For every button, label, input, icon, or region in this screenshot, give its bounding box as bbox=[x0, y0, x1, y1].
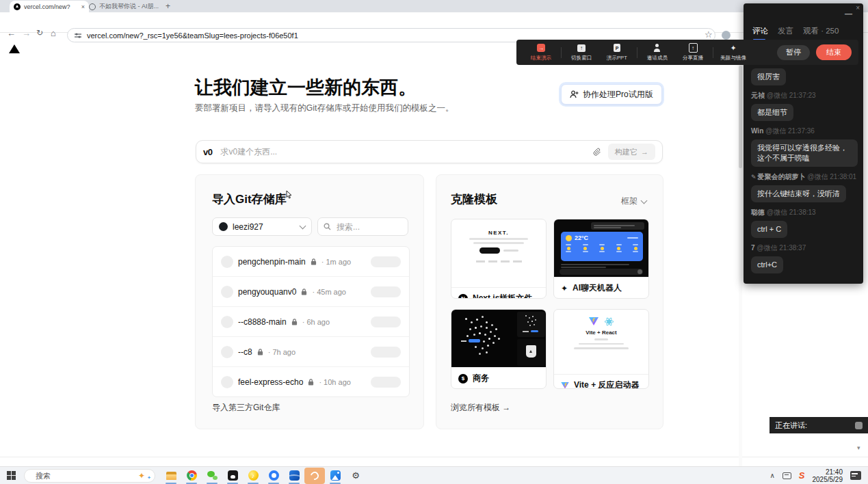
import-button-skeleton[interactable] bbox=[371, 377, 401, 388]
import-button-skeleton[interactable] bbox=[371, 286, 401, 297]
settings-gear-icon[interactable]: ⚙ bbox=[345, 468, 366, 484]
hardware-monitor-icon[interactable] bbox=[782, 472, 791, 479]
page-footer-divider bbox=[0, 457, 868, 457]
repo-row[interactable]: pengchenpin-main · 1m ago bbox=[213, 247, 409, 276]
taskbar-search[interactable]: ✦✦ bbox=[24, 469, 155, 483]
repo-avatar bbox=[221, 256, 233, 268]
tab-ai-friend[interactable]: 不如我帮你说 - AI朋... bbox=[85, 1, 170, 12]
end-presentation-icon: → bbox=[537, 44, 545, 52]
forward-icon[interactable]: → bbox=[22, 28, 31, 38]
template-card-vite-react[interactable]: Vite + React Vite + 反应启动器 bbox=[553, 309, 649, 389]
v0-prompt-input[interactable] bbox=[219, 146, 586, 157]
tab-title: 不如我帮你说 - AI朋... bbox=[99, 2, 166, 11]
notification-center-icon[interactable] bbox=[850, 471, 861, 480]
home-icon[interactable]: ⌂ bbox=[51, 28, 56, 38]
framework-filter[interactable]: 框架 bbox=[621, 196, 646, 207]
speaking-label: 正在讲话: bbox=[775, 420, 807, 431]
vite-logo bbox=[589, 317, 599, 325]
repo-row[interactable]: --c8 · 7h ago bbox=[213, 336, 409, 366]
toolbar-divider bbox=[637, 47, 637, 58]
file-explorer-icon[interactable] bbox=[161, 468, 181, 484]
chevron-down-icon bbox=[300, 222, 306, 229]
copilot-spark-small-icon: ✦ bbox=[147, 475, 151, 480]
toolbar-divider bbox=[561, 47, 562, 58]
tab-speak[interactable]: 发言 bbox=[778, 26, 793, 40]
attachment-icon[interactable] bbox=[593, 148, 601, 156]
repo-row[interactable]: pengyouquanv0 · 45m ago bbox=[213, 276, 409, 306]
template-card-nextjs[interactable]: NEXT. N Next.js样板文件 bbox=[451, 219, 547, 299]
active-recording-app-icon[interactable] bbox=[304, 468, 325, 484]
blue-app-icon[interactable] bbox=[284, 468, 304, 484]
tray-expand-icon[interactable]: ∧ bbox=[770, 472, 775, 479]
chat-bubble: 我觉得可以穿透很多经验，这个不属于唠嗑 bbox=[751, 139, 858, 167]
third-party-git-link[interactable]: 导入第三方Git仓库 bbox=[212, 402, 280, 414]
browser-toolbar: ← → ↻ ⌂ vercel.com/new?_rsc=1ye56&teamSl… bbox=[0, 12, 868, 33]
new-tab-button[interactable]: + bbox=[166, 1, 170, 11]
end-button[interactable]: 结束 bbox=[816, 44, 852, 60]
clock-time: 21:40 bbox=[813, 468, 843, 476]
github-desktop-icon[interactable] bbox=[222, 468, 243, 484]
bookmark-star-icon[interactable]: ☆ bbox=[705, 29, 713, 40]
nextjs-icon: N bbox=[458, 294, 468, 299]
sogou-input-icon[interactable]: S bbox=[799, 470, 805, 481]
tab-vercel[interactable]: vercel.com/new? × bbox=[10, 1, 89, 12]
cup-image bbox=[526, 345, 536, 358]
repo-row[interactable]: feel-express-echo · 10h ago bbox=[213, 366, 409, 396]
end-presentation-button[interactable]: → 结束演示 bbox=[526, 44, 556, 62]
present-ppt-button[interactable]: P 演示PPT bbox=[602, 44, 632, 62]
vercel-favicon bbox=[14, 3, 21, 10]
wechat-icon[interactable] bbox=[202, 468, 222, 484]
taskbar-app-icons: ♪ ⚙ bbox=[161, 468, 366, 484]
minimize-icon[interactable]: — bbox=[845, 10, 852, 18]
import-git-title: 导入Git存储库 bbox=[212, 191, 287, 207]
repo-search-box[interactable] bbox=[317, 217, 408, 236]
build-it-button[interactable]: 构建它 → bbox=[608, 144, 655, 160]
tab-viewers[interactable]: 观看 · 250 bbox=[803, 26, 839, 40]
template-card-commerce[interactable]: $ 商务 bbox=[451, 309, 547, 389]
git-account-name: leezi927 bbox=[233, 222, 295, 232]
page-title: 让我们建立一些新的东西。 bbox=[195, 75, 417, 100]
import-button-skeleton[interactable] bbox=[371, 256, 401, 267]
collaborate-pro-button[interactable]: 协作处理Pro试用版 bbox=[561, 84, 662, 105]
import-button-skeleton[interactable] bbox=[371, 317, 401, 327]
reload-icon[interactable]: ↻ bbox=[36, 28, 43, 38]
import-button-skeleton[interactable] bbox=[371, 347, 401, 358]
copilot-spark-icon[interactable]: ✦ bbox=[138, 472, 145, 480]
chrome-icon[interactable] bbox=[181, 468, 202, 484]
switch-window-icon: ↑ bbox=[577, 44, 586, 52]
scroll-down-arrow[interactable]: ▾ bbox=[857, 444, 860, 451]
scrollbar-thumb[interactable] bbox=[739, 66, 742, 168]
vite-icon bbox=[561, 382, 569, 389]
vite-react-preview: Vite + React bbox=[554, 310, 648, 374]
git-account-select[interactable]: leezi927 bbox=[212, 217, 312, 236]
invite-members-button[interactable]: 邀请成员 bbox=[642, 44, 672, 62]
repo-row[interactable]: --c8888-main · 6h ago bbox=[213, 306, 409, 336]
v0-prompt-bar[interactable]: v0 构建它 → bbox=[196, 140, 663, 163]
start-button[interactable] bbox=[7, 471, 16, 480]
tab-comments[interactable]: 评论 bbox=[752, 26, 768, 40]
template-card-ai-chatbot[interactable]: 22°C ✦ AI聊天机器人 bbox=[553, 219, 649, 299]
music-app-icon[interactable]: ♪ bbox=[243, 468, 263, 484]
beauty-mirror-button[interactable]: ✦ 美颜与镜像 bbox=[718, 44, 748, 62]
switch-window-button[interactable]: ↑ 切换窗口 bbox=[566, 44, 596, 62]
site-info-icon[interactable] bbox=[75, 32, 81, 39]
taskbar-search-input[interactable] bbox=[34, 471, 134, 481]
browser-app-icon[interactable] bbox=[263, 468, 284, 484]
share-live-button[interactable]: ↑ 分享直播 bbox=[678, 44, 708, 62]
lock-icon bbox=[311, 258, 317, 265]
repo-avatar bbox=[221, 286, 233, 298]
browse-all-templates-link[interactable]: 浏览所有模板 → bbox=[451, 402, 510, 414]
chat-tabs: 评论 发言 观看 · 250 bbox=[752, 26, 839, 40]
repo-avatar bbox=[221, 316, 233, 328]
pen-icon: ✎ bbox=[751, 174, 757, 180]
taskbar-clock[interactable]: 21:40 2025/5/29 bbox=[813, 468, 843, 483]
profile-avatar[interactable] bbox=[722, 31, 731, 40]
photos-app-icon[interactable] bbox=[325, 468, 345, 484]
repo-search-input[interactable] bbox=[335, 221, 393, 232]
back-icon[interactable]: ← bbox=[7, 28, 16, 38]
collab-label: 协作处理Pro试用版 bbox=[583, 89, 653, 100]
speaking-indicator: 正在讲话: bbox=[770, 417, 868, 433]
pause-button[interactable]: 暂停 bbox=[777, 45, 810, 60]
close-icon[interactable]: × bbox=[856, 4, 860, 12]
person-icon bbox=[653, 44, 662, 52]
